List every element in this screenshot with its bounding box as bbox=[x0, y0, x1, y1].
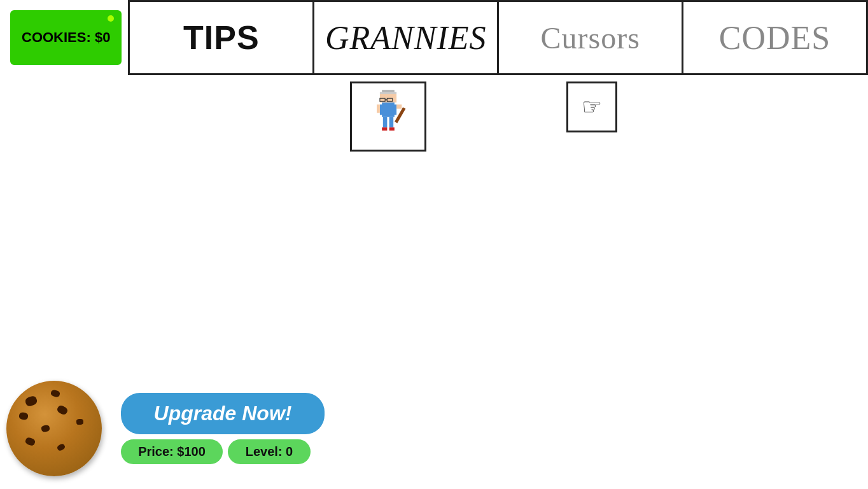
nav-tabs: TIPS GRANNIES Cursors CODES bbox=[128, 0, 868, 75]
price-level-row: Price: $100 Level: 0 bbox=[121, 439, 325, 464]
level-badge: Level: 0 bbox=[228, 439, 311, 464]
tab-cursors[interactable]: Cursors bbox=[499, 2, 683, 73]
svg-rect-5 bbox=[385, 99, 387, 101]
tab-grannies[interactable]: GRANNIES bbox=[314, 2, 499, 73]
upgrade-area: Upgrade Now! Price: $100 Level: 0 bbox=[121, 393, 325, 464]
cookies-badge: COOKIES: $0 bbox=[10, 10, 122, 65]
svg-rect-13 bbox=[389, 117, 394, 127]
cookie-circle bbox=[6, 381, 102, 476]
svg-rect-14 bbox=[382, 127, 387, 131]
svg-rect-6 bbox=[382, 103, 395, 117]
svg-rect-15 bbox=[389, 127, 395, 131]
svg-rect-7 bbox=[380, 104, 383, 115]
svg-rect-9 bbox=[377, 104, 380, 113]
top-bar: COOKIES: $0 TIPS GRANNIES Cursors CODES bbox=[0, 0, 868, 75]
tab-tips[interactable]: TIPS bbox=[130, 2, 314, 73]
svg-rect-1 bbox=[380, 92, 396, 94]
svg-rect-12 bbox=[383, 117, 388, 127]
svg-rect-8 bbox=[393, 104, 396, 115]
upgrade-button[interactable]: Upgrade Now! bbox=[121, 393, 325, 434]
hand-cursor-icon: ☞ bbox=[582, 94, 602, 120]
granny-sprite bbox=[363, 88, 414, 145]
bottom-section: Upgrade Now! Price: $100 Level: 0 bbox=[6, 381, 325, 476]
tab-codes[interactable]: CODES bbox=[683, 2, 866, 73]
svg-rect-0 bbox=[382, 90, 395, 92]
cookies-label: COOKIES: $0 bbox=[22, 29, 110, 46]
svg-rect-10 bbox=[396, 104, 402, 109]
granny-image-box[interactable] bbox=[350, 82, 426, 152]
price-badge: Price: $100 bbox=[121, 439, 223, 464]
cursor-image-box[interactable]: ☞ bbox=[566, 82, 617, 132]
cookie-image[interactable] bbox=[6, 381, 108, 476]
